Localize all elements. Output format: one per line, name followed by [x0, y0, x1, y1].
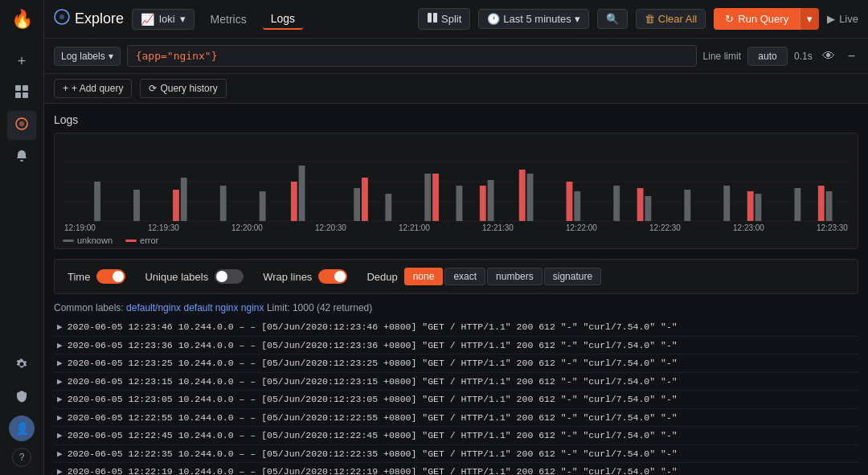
x-label-2: 12:20:00: [231, 223, 263, 232]
query-history-button[interactable]: ⟳ Query history: [140, 79, 226, 98]
search-icon: 🔍: [606, 13, 619, 25]
dedup-numbers[interactable]: numbers: [487, 268, 542, 285]
unique-labels-toggle[interactable]: [215, 269, 244, 284]
split-button[interactable]: Split: [418, 8, 470, 30]
log-row[interactable]: ▶ 2020-06-05 12:23:46 10.244.0.0 – – [05…: [54, 318, 858, 337]
svg-rect-34: [826, 191, 833, 221]
plus-icon: +: [63, 83, 68, 94]
svg-rect-44: [818, 186, 825, 221]
line-limit-label: Line limit: [703, 51, 741, 62]
sidebar-item-avatar[interactable]: 👤: [9, 416, 35, 441]
query-input[interactable]: [127, 45, 697, 67]
log-expand-icon[interactable]: ▶: [57, 447, 63, 461]
tab-logs[interactable]: Logs: [263, 9, 303, 30]
svg-rect-26: [527, 174, 534, 221]
svg-rect-16: [133, 190, 140, 221]
svg-rect-42: [637, 188, 644, 221]
dedup-none[interactable]: none: [404, 268, 444, 285]
log-text: 2020-06-05 12:23:46 10.244.0.0 – – [05/J…: [68, 320, 678, 334]
svg-point-7: [59, 14, 64, 19]
log-expand-icon[interactable]: ▶: [57, 411, 63, 425]
datasource-selector[interactable]: 📈 loki ▾: [132, 9, 194, 30]
svg-rect-20: [299, 166, 305, 221]
svg-rect-22: [385, 194, 391, 221]
chart-legend: unknown error: [63, 235, 850, 245]
unknown-dot: [63, 240, 74, 242]
log-expand-icon[interactable]: ▶: [57, 320, 63, 334]
wrap-lines-toggle[interactable]: [318, 269, 347, 284]
svg-rect-39: [480, 186, 486, 221]
play-icon: ▶: [827, 13, 835, 25]
log-expand-icon[interactable]: ▶: [57, 338, 63, 353]
log-row[interactable]: ▶ 2020-06-05 12:22:35 10.244.0.0 – – [05…: [54, 445, 858, 464]
chevron-down-icon: ▾: [180, 13, 186, 25]
page-title: Explore: [54, 9, 124, 29]
x-label-1: 12:19:30: [148, 223, 179, 232]
svg-rect-40: [519, 170, 526, 221]
svg-rect-24: [457, 186, 463, 221]
x-label-9: 12:23:30: [817, 223, 848, 232]
add-query-button[interactable]: + + Add query: [54, 79, 132, 98]
run-query-button[interactable]: ↻ Run Query: [714, 8, 800, 30]
legend-error: error: [125, 235, 158, 245]
sidebar-item-explore[interactable]: [7, 111, 36, 140]
refresh-icon: ↻: [725, 13, 734, 25]
x-label-4: 12:21:00: [399, 223, 430, 232]
svg-rect-25: [488, 180, 494, 221]
log-expand-icon[interactable]: ▶: [57, 375, 63, 389]
svg-rect-27: [574, 191, 580, 221]
log-labels-button[interactable]: Log labels ▾: [54, 47, 121, 66]
sidebar-item-alerting[interactable]: [7, 143, 36, 172]
sidebar-item-dashboards[interactable]: [7, 79, 36, 108]
avatar-icon: 👤: [15, 422, 29, 435]
svg-rect-19: [260, 191, 266, 221]
x-label-5: 12:21:30: [482, 223, 514, 232]
log-expand-icon[interactable]: ▶: [57, 356, 63, 371]
log-expand-icon[interactable]: ▶: [57, 392, 63, 407]
unique-labels-control: Unique labels: [145, 269, 244, 284]
svg-rect-9: [433, 13, 437, 23]
time-range-button[interactable]: 🕐 Last 5 minutes ▾: [478, 9, 589, 29]
log-row[interactable]: ▶ 2020-06-05 12:23:05 10.244.0.0 – – [05…: [54, 391, 858, 409]
svg-rect-30: [684, 190, 690, 221]
svg-rect-32: [755, 194, 762, 221]
svg-rect-43: [747, 191, 754, 221]
clear-all-button[interactable]: 🗑 Clear All: [636, 9, 706, 29]
remove-query-button[interactable]: −: [845, 46, 858, 67]
dedup-signature[interactable]: signature: [544, 268, 601, 285]
x-label-0: 12:19:00: [64, 223, 96, 232]
sidebar-item-shield[interactable]: [7, 383, 36, 412]
live-button[interactable]: ▶ Live: [827, 13, 858, 25]
dedup-exact[interactable]: exact: [444, 268, 485, 285]
log-row[interactable]: ▶ 2020-06-05 12:23:36 10.244.0.0 – – [05…: [54, 337, 858, 355]
sidebar-item-config[interactable]: [7, 351, 36, 380]
dedup-control: Dedup none exact numbers signature: [366, 268, 601, 285]
log-expand-icon[interactable]: ▶: [57, 428, 63, 443]
eye-button[interactable]: 👁: [819, 46, 838, 67]
sidebar-item-help[interactable]: ?: [12, 448, 31, 467]
log-row[interactable]: ▶ 2020-06-05 12:22:45 10.244.0.0 – – [05…: [54, 427, 858, 445]
dashboard-icon: [14, 84, 29, 102]
run-query-dropdown[interactable]: ▾: [800, 8, 819, 30]
log-row[interactable]: ▶ 2020-06-05 12:23:25 10.244.0.0 – – [05…: [54, 354, 858, 373]
sidebar-item-add[interactable]: +: [7, 47, 36, 76]
svg-point-5: [19, 121, 24, 126]
svg-rect-1: [23, 85, 28, 91]
logs-title: Logs: [54, 113, 858, 126]
log-text: 2020-06-05 12:23:25 10.244.0.0 – – [05/J…: [68, 356, 678, 370]
log-row[interactable]: ▶ 2020-06-05 12:23:15 10.244.0.0 – – [05…: [54, 373, 858, 391]
log-row[interactable]: ▶ 2020-06-05 12:22:19 10.244.0.0 – – [05…: [54, 463, 858, 475]
time-toggle[interactable]: [96, 269, 125, 284]
svg-rect-17: [181, 178, 187, 221]
svg-rect-2: [15, 92, 21, 98]
line-limit-input[interactable]: [747, 47, 788, 66]
svg-rect-31: [723, 186, 730, 221]
common-labels: Common labels: default/nginx default ngi…: [54, 302, 858, 313]
grafana-logo[interactable]: 🔥: [9, 6, 35, 32]
log-row[interactable]: ▶ 2020-06-05 12:22:55 10.244.0.0 – – [05…: [54, 409, 858, 428]
log-expand-icon[interactable]: ▶: [57, 465, 63, 475]
unique-labels-toggle-thumb: [216, 271, 227, 282]
search-button[interactable]: 🔍: [597, 9, 628, 29]
tab-metrics[interactable]: Metrics: [203, 10, 255, 29]
log-text: 2020-06-05 12:23:36 10.244.0.0 – – [05/J…: [68, 338, 678, 352]
